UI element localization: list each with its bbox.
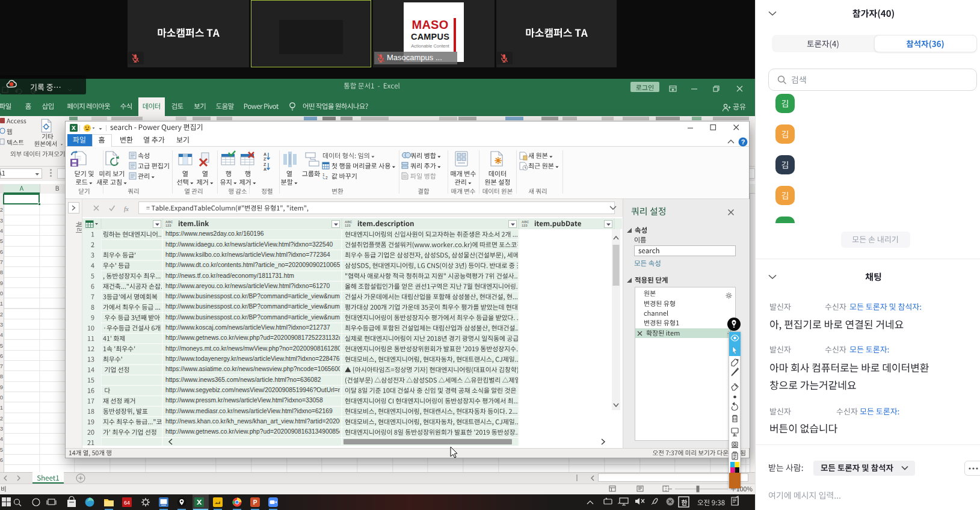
svg-text:64: 64 xyxy=(124,500,130,506)
svg-text:2: 2 xyxy=(325,176,328,180)
svg-text:Z: Z xyxy=(263,157,267,161)
svg-text:?: ? xyxy=(741,138,745,146)
svg-text:A: A xyxy=(263,152,267,156)
svg-text:Z: Z xyxy=(263,162,267,167)
svg-text:1: 1 xyxy=(322,173,325,177)
svg-text:A: A xyxy=(263,167,267,171)
svg-text:fx: fx xyxy=(124,205,129,212)
svg-text:P: P xyxy=(253,499,257,506)
